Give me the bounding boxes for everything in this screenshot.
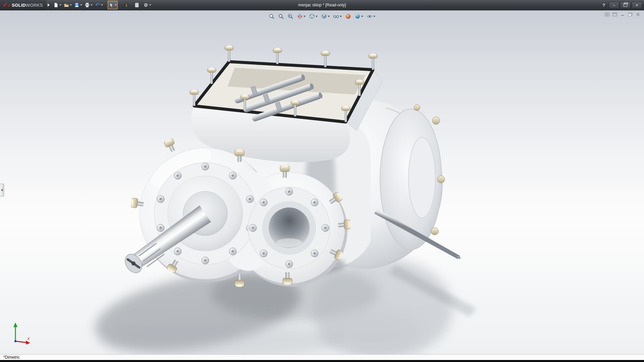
brand-works: WORKS xyxy=(26,3,43,8)
previous-view-icon xyxy=(287,13,293,19)
doc-minimize-button[interactable] xyxy=(620,12,626,17)
display-style-dropdown-arrow[interactable] xyxy=(328,16,330,17)
document-window-controls xyxy=(604,12,641,17)
display-style-icon xyxy=(321,13,327,19)
view-orientation-button[interactable] xyxy=(308,12,319,21)
apply-scene-icon xyxy=(355,13,361,19)
split-view-icon xyxy=(605,12,609,16)
doc-restore-button[interactable] xyxy=(627,12,633,17)
solidworks-logo: SOLIDWORKS xyxy=(0,0,46,10)
gearbox-assembly-model xyxy=(0,10,644,355)
section-view-button[interactable] xyxy=(296,12,307,21)
right-lobe xyxy=(248,187,330,269)
save-dropdown-arrow[interactable] xyxy=(80,4,82,6)
view-orientation-icon xyxy=(309,13,315,19)
close-button[interactable]: × xyxy=(632,2,642,9)
zoom-to-area-icon xyxy=(278,13,284,19)
options-button[interactable] xyxy=(142,1,152,9)
apply-scene-button[interactable] xyxy=(353,12,365,21)
print-button[interactable] xyxy=(84,1,94,9)
open-dropdown-arrow[interactable] xyxy=(70,4,72,6)
document-title: menjac sklop * [Read-only] xyxy=(298,3,346,7)
doc-minimize-icon xyxy=(620,12,625,16)
minimize-button[interactable]: – xyxy=(609,2,619,9)
print-icon xyxy=(85,2,90,8)
section-view-dropdown-arrow[interactable] xyxy=(304,16,306,17)
file-properties-button[interactable] xyxy=(132,1,142,9)
hide-show-dropdown-arrow[interactable] xyxy=(340,16,342,17)
new-dropdown-arrow[interactable] xyxy=(59,4,61,6)
maximize-pane-icon xyxy=(612,12,617,16)
doc-close-icon xyxy=(636,12,640,16)
doc-restore-icon xyxy=(628,12,633,16)
main-toolbar xyxy=(52,1,152,9)
select-dropdown-arrow[interactable] xyxy=(115,4,117,6)
z-axis-dot xyxy=(14,340,16,342)
restore-icon xyxy=(624,3,627,7)
options-dropdown-arrow[interactable] xyxy=(149,4,151,6)
x-axis-label: x xyxy=(27,336,30,341)
select-cursor-icon xyxy=(109,2,114,8)
bottom-edge-strip xyxy=(0,360,644,362)
view-settings-button[interactable] xyxy=(365,12,377,21)
open-icon xyxy=(64,2,69,8)
restore-button[interactable] xyxy=(620,2,631,9)
new-document-button[interactable] xyxy=(52,1,62,9)
y-axis-arrow xyxy=(13,322,17,327)
zoom-to-fit-icon xyxy=(269,13,275,19)
hide-show-items-button[interactable] xyxy=(332,12,343,21)
view-orientation-dropdown-arrow[interactable] xyxy=(316,16,318,17)
undo-dropdown-arrow[interactable] xyxy=(101,4,103,6)
brand-solid: SOLID xyxy=(12,3,26,8)
file-properties-icon xyxy=(134,2,140,8)
print-dropdown-arrow[interactable] xyxy=(91,4,93,6)
window-controls: ? – × xyxy=(600,2,644,9)
doc-close-button[interactable] xyxy=(635,12,641,17)
graphics-viewport[interactable]: x xyxy=(0,10,644,355)
display-style-button[interactable] xyxy=(320,12,331,21)
options-icon xyxy=(143,2,149,8)
chevron-left-icon xyxy=(1,189,3,191)
edit-appearance-button[interactable] xyxy=(344,12,353,21)
help-button[interactable]: ? xyxy=(600,3,608,8)
select-tool-button[interactable] xyxy=(108,1,118,9)
split-view-button[interactable] xyxy=(604,12,610,17)
previous-view-button[interactable] xyxy=(286,12,295,21)
statusbar: *Dimetric xyxy=(0,354,644,360)
maximize-pane-button[interactable] xyxy=(612,12,618,17)
ds-logo-icon xyxy=(3,2,10,8)
zoom-to-fit-button[interactable] xyxy=(267,12,276,21)
open-button[interactable] xyxy=(63,1,73,9)
view-settings-icon xyxy=(367,13,373,19)
new-document-icon xyxy=(53,2,59,8)
view-orientation-label: *Dimetric xyxy=(3,355,20,360)
section-view-icon xyxy=(297,13,303,19)
rebuild-traffic-icon xyxy=(124,2,129,8)
menu-flyout-arrow[interactable] xyxy=(48,3,50,7)
rebuild-button[interactable] xyxy=(121,1,131,9)
headsup-view-toolbar xyxy=(267,12,377,21)
edit-appearance-icon xyxy=(345,13,351,19)
view-settings-dropdown-arrow[interactable] xyxy=(373,16,375,17)
toolbar-separator xyxy=(106,2,106,8)
undo-icon xyxy=(95,2,100,8)
orientation-triad: x xyxy=(7,319,34,346)
left-lobe xyxy=(154,163,256,264)
brand-text: SOLIDWORKS xyxy=(12,3,43,8)
x-axis-arrow xyxy=(26,341,30,345)
undo-button[interactable] xyxy=(94,1,104,9)
titlebar: SOLIDWORKS xyxy=(0,0,644,10)
toolbar-separator xyxy=(119,2,120,8)
featuremanager-collapsed-tab[interactable] xyxy=(0,184,4,196)
save-button[interactable] xyxy=(73,1,83,9)
hide-show-items-icon xyxy=(333,13,339,19)
zoom-to-area-button[interactable] xyxy=(277,12,285,21)
apply-scene-dropdown-arrow[interactable] xyxy=(361,16,363,17)
save-icon xyxy=(74,2,79,8)
